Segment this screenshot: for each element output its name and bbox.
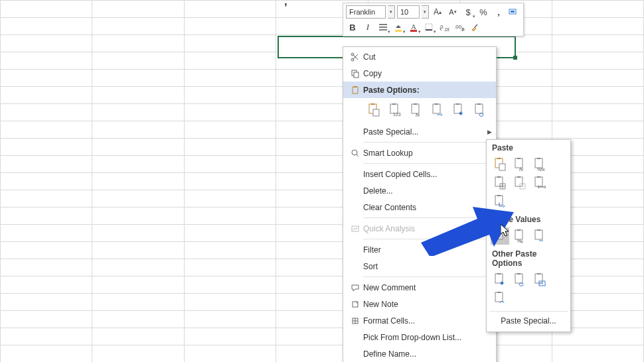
paste-link-icon[interactable] bbox=[511, 271, 529, 288]
paste-values-icon[interactable]: 123 bbox=[386, 101, 404, 119]
font-size-combo[interactable]: 10 bbox=[397, 5, 420, 19]
paste-formulas-number-icon[interactable]: %fx bbox=[530, 156, 549, 173]
context-sort[interactable]: Sort ▶ bbox=[343, 258, 496, 274]
context-pick-from-list[interactable]: Pick From Drop-down List... bbox=[343, 329, 496, 345]
font-name-dropdown-icon[interactable]: ▾ bbox=[388, 5, 395, 19]
paste-transpose-icon[interactable] bbox=[428, 101, 447, 119]
context-new-note-label: New Note bbox=[363, 300, 484, 309]
context-copy[interactable]: Copy bbox=[343, 65, 496, 82]
format-painter-button[interactable] bbox=[507, 5, 521, 19]
context-smart-lookup[interactable]: Smart Lookup bbox=[343, 145, 496, 161]
svg-rect-67 bbox=[537, 273, 540, 274]
svg-rect-30 bbox=[475, 104, 483, 113]
paste-all-icon[interactable] bbox=[491, 156, 509, 173]
copy-icon bbox=[347, 69, 363, 78]
svg-text:%fx: %fx bbox=[537, 167, 545, 172]
context-filter[interactable]: Filter ▶ bbox=[343, 241, 496, 258]
paste-picture-icon[interactable] bbox=[530, 271, 549, 288]
svg-rect-70 bbox=[497, 292, 501, 293]
paste-values-number-icon[interactable]: %₂ bbox=[511, 227, 529, 245]
paste-values-only-icon[interactable] bbox=[491, 227, 509, 245]
svg-rect-37 bbox=[497, 158, 501, 159]
context-paste-special[interactable]: Paste Special... ▶ bbox=[343, 123, 496, 140]
svg-rect-54 bbox=[497, 195, 501, 196]
svg-rect-26 bbox=[433, 104, 440, 113]
context-clear-contents[interactable]: Clear Contents bbox=[343, 199, 496, 215]
context-define-name[interactable]: Define Name... bbox=[343, 345, 496, 362]
svg-text:fx: fx bbox=[519, 166, 524, 172]
context-menu: Cut Copy Paste Options: 123 fx Paste Spe… bbox=[343, 46, 497, 362]
chevron-right-icon: ▶ bbox=[487, 129, 492, 135]
decrease-decimal-button[interactable]: .00.0 bbox=[453, 21, 466, 34]
context-delete-label: Delete... bbox=[363, 186, 484, 196]
svg-text:fx: fx bbox=[416, 112, 420, 117]
paste-link-icon[interactable] bbox=[471, 101, 489, 119]
paste-keep-source-icon[interactable] bbox=[491, 174, 509, 192]
svg-rect-27 bbox=[435, 103, 438, 105]
paste-values-source-icon[interactable] bbox=[530, 227, 549, 245]
italic-button[interactable]: I bbox=[361, 21, 374, 34]
paste-transpose-icon[interactable] bbox=[491, 193, 509, 210]
svg-rect-55 bbox=[495, 230, 503, 239]
context-paste-options-label: Paste Options: bbox=[363, 86, 484, 95]
fill-color-button[interactable] bbox=[392, 21, 405, 34]
context-define-name-label: Define Name... bbox=[363, 349, 484, 359]
svg-rect-21 bbox=[392, 103, 396, 105]
increase-font-button[interactable]: A▴ bbox=[431, 5, 444, 19]
svg-rect-57 bbox=[515, 230, 523, 239]
svg-rect-19 bbox=[373, 109, 379, 116]
context-copy-label: Copy bbox=[363, 69, 484, 78]
svg-rect-38 bbox=[499, 164, 505, 170]
svg-rect-40 bbox=[517, 158, 521, 159]
note-icon bbox=[347, 300, 363, 309]
svg-rect-52 bbox=[537, 176, 540, 178]
accounting-number-button[interactable]: $ bbox=[461, 5, 475, 19]
clipboard-icon bbox=[347, 86, 363, 95]
percent-style-button[interactable]: % bbox=[477, 5, 490, 19]
decrease-font-button[interactable]: A▾ bbox=[446, 5, 459, 19]
svg-rect-24 bbox=[414, 103, 417, 105]
bold-button[interactable]: B bbox=[346, 21, 359, 34]
paste-formatting-only-icon[interactable] bbox=[491, 271, 509, 288]
font-size-dropdown-icon[interactable]: ▾ bbox=[422, 5, 429, 19]
paste-no-borders-icon[interactable] bbox=[511, 174, 529, 192]
paste-formatting-icon[interactable] bbox=[449, 101, 468, 119]
svg-rect-31 bbox=[477, 103, 481, 105]
svg-text:.0: .0 bbox=[460, 27, 465, 32]
paste-formulas-icon[interactable]: fx bbox=[511, 156, 529, 173]
paste-linked-picture-icon[interactable] bbox=[491, 290, 509, 307]
svg-rect-60 bbox=[535, 230, 542, 239]
context-new-comment-label: New Comment bbox=[363, 283, 484, 292]
search-icon bbox=[347, 149, 363, 158]
svg-rect-46 bbox=[497, 176, 501, 178]
svg-text:%₂: %₂ bbox=[517, 239, 523, 243]
format-cells-icon bbox=[347, 316, 363, 326]
svg-rect-61 bbox=[537, 229, 540, 231]
paste-column-widths-icon[interactable] bbox=[530, 174, 549, 192]
context-format-cells-label: Format Cells... bbox=[363, 316, 484, 326]
increase-decimal-button[interactable]: .0.00 bbox=[438, 21, 451, 34]
context-smart-lookup-label: Smart Lookup bbox=[363, 149, 484, 158]
context-format-cells[interactable]: Format Cells... bbox=[343, 312, 496, 329]
paste-special-submenu: Paste fx %fx Paste Values %₂ Other Paste… bbox=[486, 139, 571, 332]
svg-rect-43 bbox=[537, 158, 540, 159]
svg-rect-29 bbox=[456, 103, 459, 105]
context-delete[interactable]: Delete... bbox=[343, 182, 496, 199]
context-new-note[interactable]: New Note bbox=[343, 296, 496, 312]
comma-style-button[interactable]: , bbox=[492, 5, 505, 19]
borders-button[interactable] bbox=[422, 21, 436, 34]
svg-text:123: 123 bbox=[393, 112, 401, 117]
context-cut[interactable]: Cut bbox=[343, 48, 496, 65]
font-color-button[interactable]: A bbox=[407, 21, 420, 34]
comment-icon bbox=[347, 283, 363, 292]
paste-special-dialog-item[interactable]: Paste Special... bbox=[488, 313, 569, 329]
context-insert-copied-cells[interactable]: Insert Copied Cells... bbox=[343, 166, 496, 182]
context-new-comment[interactable]: New Comment bbox=[343, 279, 496, 296]
paste-all-icon[interactable] bbox=[364, 101, 383, 119]
svg-rect-2 bbox=[395, 30, 402, 32]
paste-formulas-icon[interactable]: fx bbox=[407, 101, 426, 119]
format-painter-brush-button[interactable] bbox=[468, 21, 481, 34]
font-name-combo[interactable]: Franklin bbox=[346, 5, 386, 19]
context-sort-label: Sort bbox=[363, 262, 484, 271]
align-button[interactable] bbox=[376, 21, 390, 34]
